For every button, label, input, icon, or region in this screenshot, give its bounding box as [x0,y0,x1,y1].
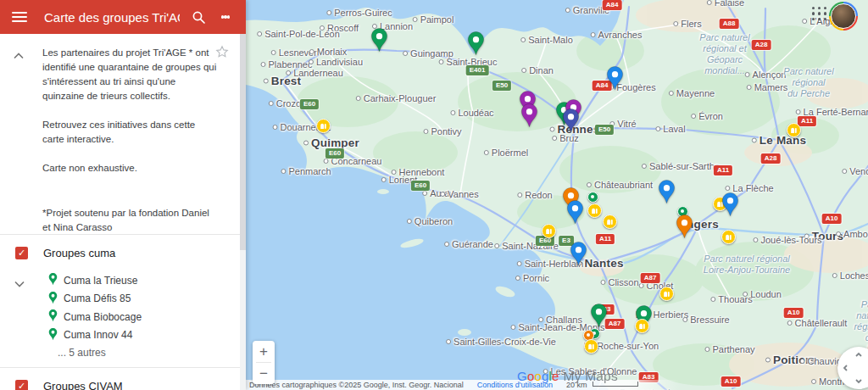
layer-item-label: Cuma la Trieuse [64,275,137,287]
sidebar-panel: Les partenaires du projet Tri'AGE * ont … [0,34,246,390]
search-icon[interactable] [190,8,207,25]
layer-item-label: Cuma Innov 44 [64,329,132,341]
map-marker-pin-purple[interactable] [520,103,538,128]
layer-item[interactable]: Cuma Défis 85 [48,290,246,309]
layer-item-label: Cuma Défis 85 [64,292,131,304]
menu-icon[interactable] [12,9,27,25]
zoom-in-button[interactable]: + [253,341,275,362]
map-marker-agriculture-yellow[interactable] [659,287,674,301]
description-paragraph: *Projet soutenu par la fondation Daniel … [42,206,217,235]
map[interactable]: Perros-GuirecPaimpolLannionRoscoffSaint-… [246,0,868,390]
layer-item-label: Cuma Biobocage [64,311,142,323]
description-panel: Les partenaires du projet Tri'AGE * ont … [0,34,246,234]
google-logo: Google [517,369,559,383]
map-marker-agriculture-yellow[interactable] [584,339,598,354]
google-logo-letter: e [552,369,559,383]
map-marker-pin-green[interactable] [467,31,485,56]
google-logo-letter: g [542,369,549,383]
map-marker-agriculture-yellow[interactable] [635,319,649,333]
map-marker-pin-blue[interactable] [566,199,584,225]
map-marker-pin-orange[interactable] [676,214,693,239]
place-pin-icon [48,291,64,307]
layer-checkbox[interactable]: ✓ [15,247,28,259]
google-logo-letter: o [534,369,542,383]
map-marker-agriculture-yellow[interactable] [787,123,801,137]
expand-icon[interactable] [14,276,25,291]
map-title: Carte des groupes Tri'AGE [44,10,180,25]
star-icon[interactable] [215,45,229,62]
layer-item[interactable]: Cuma la Trieuse [48,271,246,290]
map-marker-pin-blue[interactable] [570,241,587,266]
description-paragraph: Les partenaires du projet Tri'AGE * ont … [42,46,217,103]
map-marker-agriculture-yellow[interactable] [721,230,736,244]
layer-items: Cuma la TrieuseCuma Défis 85Cuma Bioboca… [48,271,246,344]
pan-control[interactable] [837,347,868,389]
map-canvas [246,0,868,390]
map-marker-circle-green[interactable] [587,192,598,203]
layer-label: Groupes cuma [43,247,115,259]
sidebar-header: Carte des groupes Tri'AGE [0,0,246,34]
app: Carte des groupes Tri'AGE Les partenaire… [0,0,868,390]
place-pin-icon [48,327,64,343]
description-paragraph: Carte non exhaustive. [42,161,217,176]
google-logo-letter: G [517,369,527,383]
map-marker-pin-blue[interactable] [606,65,624,91]
map-marker-pin-green[interactable] [370,27,388,53]
collapse-icon[interactable] [14,47,24,63]
map-marker-agriculture-yellow[interactable] [542,224,556,238]
sidebar: Carte des groupes Tri'AGE Les partenaire… [0,0,246,390]
map-marker-agriculture-yellow[interactable] [603,214,617,229]
zoom-out-button[interactable]: − [253,363,275,384]
watermark-mymaps: My Maps [564,369,618,383]
attribution-text: Données cartographiques ©2025 Google, In… [249,381,464,389]
marker-center-dot [591,195,595,199]
map-marker-pin-green[interactable] [590,303,608,328]
map-marker-agriculture-yellow[interactable] [587,203,602,218]
show-more[interactable]: ... 5 autres [58,347,246,359]
map-marker-pin-blue[interactable] [658,179,676,204]
marker-center-dot [681,209,685,214]
account-avatar[interactable] [829,2,858,31]
layer-item[interactable]: Cuma Biobocage [48,308,246,326]
map-marker-pin-indigo[interactable] [562,108,580,133]
layer-section-civam: ✓ Groupes CIVAM [0,368,246,390]
map-marker-agriculture-yellow[interactable] [316,119,331,133]
watermark: GoogleMy Maps [517,369,618,384]
place-pin-icon [48,272,64,288]
place-pin-icon [48,309,64,325]
layer-label: Groupes CIVAM [43,380,123,390]
description-paragraph: Retrouvez ces initiatives dans cette car… [42,118,217,147]
map-marker-pin-blue[interactable] [721,192,739,217]
zoom-control: + − [253,341,275,384]
marker-center-dot [587,333,591,337]
more-options-icon[interactable] [217,8,234,25]
apps-grid-icon[interactable] [812,7,827,20]
layer-section-cuma: ✓ Groupes cuma Cuma la TrieuseCuma Défis… [0,235,246,367]
layer-item[interactable]: Cuma Innov 44 [48,326,246,345]
sidebar-scrollbar[interactable] [240,34,246,390]
layer-checkbox[interactable]: ✓ [15,380,28,390]
